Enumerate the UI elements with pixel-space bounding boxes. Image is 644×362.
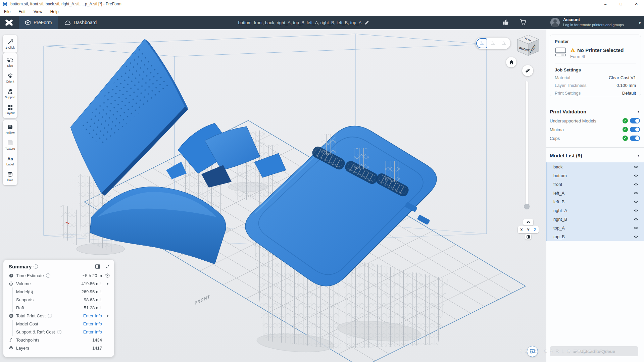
caret-down-icon[interactable]: ▾ xyxy=(638,154,639,157)
tool-size[interactable]: Size xyxy=(3,54,17,70)
tool-label: Orient xyxy=(6,80,14,83)
summary-row-raft: Raft51.28 mL xyxy=(3,304,114,312)
summary-row-total-print-cost: $ Total Print Costi Enter Info ▾ xyxy=(3,312,114,320)
view-cube[interactable]: TOP FRONT RIGHT xyxy=(515,33,542,60)
warning-icon: ! xyxy=(570,48,575,52)
model-row-left-b[interactable]: left_B xyxy=(547,197,644,206)
axis-contrast-button[interactable] xyxy=(525,234,531,240)
svg-text:$: $ xyxy=(10,314,12,317)
zoom-slider-track[interactable] xyxy=(526,81,528,209)
summary-row-touchpoints: Touchpoints 1434 xyxy=(3,336,114,344)
eye-icon[interactable] xyxy=(633,191,639,195)
axis-buttons: X Y Z xyxy=(518,226,539,233)
eye-icon[interactable] xyxy=(633,183,639,186)
undersupported-toggle[interactable] xyxy=(630,118,640,123)
eye-icon[interactable] xyxy=(633,235,639,239)
enter-info-link[interactable]: Enter Info xyxy=(83,321,102,326)
upload-to-queue-button[interactable]: Upload to Queue xyxy=(550,346,638,356)
eye-icon[interactable] xyxy=(633,217,639,221)
minima-toggle[interactable] xyxy=(630,127,640,132)
zoom-slider-handle[interactable] xyxy=(524,204,530,209)
view-option-2[interactable] xyxy=(487,38,498,48)
summary-row-supports: Supports98.63 mL xyxy=(3,296,114,304)
info-icon[interactable]: i xyxy=(48,314,52,318)
window-titlebar: bottom.stl, front.stl, back.stl, right_A… xyxy=(0,0,644,8)
history-clock-icon[interactable] xyxy=(105,273,110,278)
model-list-header[interactable]: Model List (9) ▾ xyxy=(546,150,644,160)
axis-y-button[interactable]: Y xyxy=(525,228,532,232)
tool-orient[interactable]: Orient xyxy=(3,70,17,86)
window-title: bottom.stl, front.stl, back.stl, right_A… xyxy=(10,2,121,6)
print-validation-header[interactable]: Print Validation ▾ xyxy=(546,106,644,116)
thumbs-up-icon[interactable] xyxy=(502,18,509,26)
tool-label: Support xyxy=(5,96,15,99)
cart-icon[interactable] xyxy=(519,18,527,25)
tool-label[interactable]: Aa Label xyxy=(3,153,17,168)
validation-row-cups: Cups ✓ xyxy=(546,134,644,143)
tool-support[interactable]: Support xyxy=(3,86,17,101)
menu-help[interactable]: Help xyxy=(46,9,63,14)
maximize-button[interactable]: □ xyxy=(613,0,629,8)
menu-edit[interactable]: Edit xyxy=(14,9,30,14)
model-row-left-a[interactable]: left_A xyxy=(547,189,644,197)
caret-down-icon[interactable]: ▾ xyxy=(105,314,110,318)
model-row-bottom[interactable]: bottom xyxy=(547,171,644,180)
cloud-icon xyxy=(64,19,71,25)
printer-card[interactable]: Printer ! No Printer Selected Form 4L Jo… xyxy=(550,35,641,96)
summary-row-model-cost: Model CostEnter Info xyxy=(3,320,114,328)
measure-tool-button[interactable] xyxy=(522,65,533,76)
model-row-top-a[interactable]: top_A xyxy=(547,223,644,232)
panel-toggle-icon[interactable] xyxy=(95,264,100,269)
axis-x-button[interactable]: X xyxy=(518,228,525,232)
close-button[interactable]: ✕ xyxy=(629,0,644,8)
feedback-button[interactable] xyxy=(527,346,538,357)
validation-row-undersupported: Undersupported Models ✓ xyxy=(546,116,644,125)
info-icon[interactable]: i xyxy=(57,330,61,334)
tool-label: Texture xyxy=(5,147,15,150)
model-row-right-a[interactable]: right_A xyxy=(547,206,644,215)
eye-icon[interactable] xyxy=(633,174,639,177)
minimize-button[interactable]: – xyxy=(598,0,613,8)
info-icon[interactable]: i xyxy=(46,273,50,278)
eye-icon[interactable] xyxy=(633,200,639,204)
caret-down-icon[interactable]: ▾ xyxy=(105,282,110,286)
model-row-front[interactable]: front xyxy=(547,180,644,189)
model-row-back[interactable]: back xyxy=(547,162,644,171)
touchpoint-icon xyxy=(9,338,13,343)
tab-dashboard[interactable]: Dashboard xyxy=(58,16,103,29)
edit-pencil-icon[interactable] xyxy=(364,20,369,25)
axis-eye-button[interactable] xyxy=(523,219,533,225)
model-row-right-b[interactable]: right_B xyxy=(547,215,644,223)
layout-icon xyxy=(7,104,13,111)
info-icon[interactable]: i xyxy=(34,264,38,269)
model-row-top-b[interactable]: top_B xyxy=(547,232,644,241)
job-setting-print-settings: Print SettingsDefault xyxy=(555,91,636,96)
tool-texture[interactable]: Texture xyxy=(3,137,17,153)
queue-icon xyxy=(573,349,578,354)
label-aa-icon: Aa xyxy=(7,155,13,162)
eye-icon[interactable] xyxy=(633,165,639,169)
view-option-1-selected[interactable] xyxy=(476,38,487,48)
view-option-3[interactable] xyxy=(498,38,509,48)
chevron-right-icon: ▸ xyxy=(639,20,641,25)
home-view-button[interactable] xyxy=(506,57,516,67)
tab-preform[interactable]: PreForm xyxy=(19,16,58,29)
tool-one-click[interactable]: 1-Click xyxy=(3,36,17,52)
tool-hollow[interactable]: Hollow xyxy=(3,121,17,137)
caret-down-icon[interactable]: ▾ xyxy=(638,110,639,113)
axis-z-button[interactable]: Z xyxy=(532,228,538,232)
enter-info-link[interactable]: Enter Info xyxy=(83,329,102,334)
account-section[interactable]: Account Log in for remote printers and g… xyxy=(546,16,644,29)
size-icon xyxy=(7,57,13,63)
cups-toggle[interactable] xyxy=(630,136,640,141)
eye-icon[interactable] xyxy=(633,209,639,212)
tool-group-prepare: Size Orient Support Layout xyxy=(3,53,17,118)
eye-icon[interactable] xyxy=(633,226,639,230)
tool-hole[interactable]: Hole xyxy=(3,168,17,184)
collapse-panel-icon[interactable] xyxy=(105,264,110,269)
tool-layout[interactable]: Layout xyxy=(3,101,17,117)
menu-view[interactable]: View xyxy=(30,9,46,14)
svg-text:Aa: Aa xyxy=(7,156,13,161)
enter-info-link[interactable]: Enter Info xyxy=(83,313,102,318)
menu-file[interactable]: File xyxy=(0,9,14,14)
